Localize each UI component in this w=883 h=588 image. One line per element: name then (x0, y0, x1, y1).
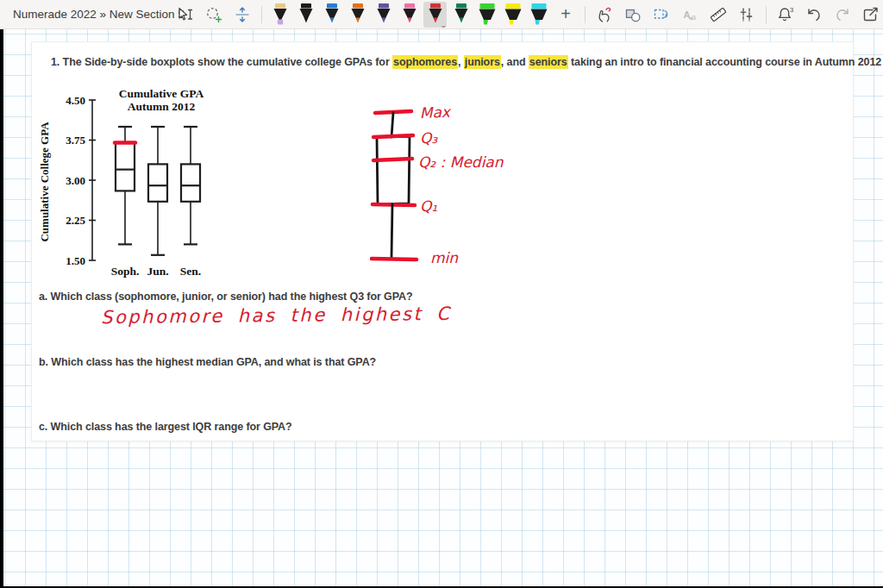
svg-text:2.25: 2.25 (66, 214, 85, 227)
notifications-button[interactable]: 3 (773, 2, 798, 28)
ruler-icon (709, 5, 728, 24)
svg-text:Cumulative College GPA: Cumulative College GPA (39, 122, 51, 242)
highlighter-yellow-button[interactable] (501, 2, 524, 28)
ink-to-text-icon: A a (680, 5, 699, 24)
handdrawn-label-q2-median: Q₂ : Median (418, 153, 504, 171)
handdrawn-lower-whisker (391, 204, 392, 258)
svg-text:Sen.: Sen. (180, 265, 201, 278)
highlighter-icon (503, 3, 523, 26)
share-icon (861, 5, 880, 24)
pen-orange-button[interactable] (346, 2, 369, 28)
notification-count-badge: 3 (790, 6, 793, 14)
ruler-button[interactable] (705, 2, 731, 28)
pen-icon (297, 3, 316, 26)
handdrawn-boxplot-annotation: Max Q₃ Q₂ : Median Q₁ min (370, 99, 560, 270)
format-options-button[interactable] (734, 2, 760, 28)
plus-icon: + (560, 4, 571, 24)
handdrawn-q3-line (373, 135, 413, 137)
gpa-boxplot-chart: 4.503.753.002.251.50Cumulative GPAAutumn… (39, 85, 229, 282)
window-title: Numerade 2022 » New Section 5 (0, 8, 172, 21)
question-1: 1. The Side-by-side boxplots show the cu… (51, 56, 881, 68)
insert-space-icon (233, 5, 252, 24)
pen-purple-button[interactable] (372, 2, 395, 28)
ink-to-shape-button[interactable] (648, 2, 674, 28)
pen-black-button[interactable] (294, 2, 317, 28)
handdrawn-min-line (372, 259, 416, 260)
pencil-icon (271, 3, 290, 26)
redo-button[interactable] (830, 2, 855, 28)
handdrawn-label-q3: Q₃ (420, 129, 438, 147)
handdrawn-box (377, 136, 410, 204)
highlighter-icon (477, 3, 498, 26)
highlighter-green-button[interactable] (475, 2, 498, 28)
handdrawn-q1-line (373, 204, 415, 205)
highlight-seniors: seniors (529, 55, 568, 69)
handdrawn-label-max: Max (419, 103, 452, 122)
question-1-text: 1. The Side-by-side boxplots show the cu… (51, 56, 392, 68)
svg-text:A: A (684, 9, 691, 19)
svg-text:a: a (692, 13, 696, 22)
question-a: a. Which class (sophomore, junior, or se… (39, 291, 413, 303)
insert-space-button[interactable] (229, 2, 255, 28)
shapes-button[interactable] (620, 2, 646, 28)
chevron-down-icon: ⌄ (440, 22, 447, 29)
ink-to-shape-icon (652, 5, 671, 24)
toolbar-divider (585, 6, 586, 23)
lasso-select-button[interactable] (201, 2, 227, 28)
svg-text:Autumn 2012: Autumn 2012 (128, 100, 196, 113)
highlighter-icon (529, 3, 549, 26)
toolbar-divider (261, 6, 262, 23)
svg-text:1.50: 1.50 (66, 254, 85, 267)
ink-to-text-button[interactable]: A a (677, 2, 703, 28)
pen-pink-button[interactable] (398, 2, 421, 28)
touch-inking-icon (595, 5, 614, 24)
toolbar-divider (766, 6, 767, 23)
handdrawn-upper-whisker (391, 113, 393, 137)
handdrawn-label-min: min (430, 249, 459, 266)
question-b: b. Which class has the highest median GP… (39, 356, 376, 368)
highlight-juniors: juniors (464, 55, 501, 69)
svg-text:4.50: 4.50 (66, 94, 85, 107)
redo-icon (833, 5, 852, 24)
svg-text:3.00: 3.00 (66, 174, 85, 187)
svg-text:Jun.: Jun. (147, 265, 168, 278)
touch-inking-button[interactable] (592, 2, 617, 28)
undo-icon (805, 5, 824, 24)
screen-left-edge (0, 29, 3, 588)
pen-icon (348, 3, 367, 26)
toolbar: Numerade 2022 » New Section 5 (0, 0, 883, 29)
bell-icon: 3 (775, 5, 796, 24)
pen-red-button-selected[interactable]: ⌄ (423, 2, 447, 28)
pen-icon (400, 3, 419, 26)
shapes-icon (623, 5, 642, 24)
pen-icon (374, 3, 393, 26)
handdrawn-label-q1: Q₁ (420, 197, 437, 215)
pencil-tool-button[interactable] (268, 2, 291, 28)
pen-green-button[interactable] (449, 2, 473, 28)
select-icon (176, 5, 195, 24)
lasso-select-icon (204, 5, 223, 24)
share-button[interactable] (858, 2, 883, 28)
highlight-sophomores: sophomores (392, 55, 458, 69)
toolbar-tools: ⌄ (172, 0, 883, 29)
undo-button[interactable] (801, 2, 827, 28)
pen-blue-button[interactable] (320, 2, 343, 28)
format-options-icon (737, 5, 756, 24)
question-c: c. Which class has the largest IQR range… (39, 421, 292, 433)
svg-text:Cumulative GPA: Cumulative GPA (119, 87, 204, 100)
svg-text:Soph.: Soph. (111, 265, 140, 278)
select-tool-button[interactable] (172, 2, 198, 28)
pen-icon (452, 3, 471, 26)
whiteboard-canvas[interactable]: 1. The Side-by-side boxplots show the cu… (0, 29, 883, 588)
handwritten-answer-a: Sophomore has the highest C (101, 303, 452, 328)
document-sheet: 1. The Side-by-side boxplots show the cu… (31, 41, 854, 441)
pen-icon (323, 3, 341, 26)
handdrawn-median-line (373, 159, 412, 160)
svg-text:3.75: 3.75 (66, 134, 85, 147)
add-pen-button[interactable]: + (553, 2, 579, 28)
highlighter-cyan-button[interactable] (527, 2, 550, 28)
